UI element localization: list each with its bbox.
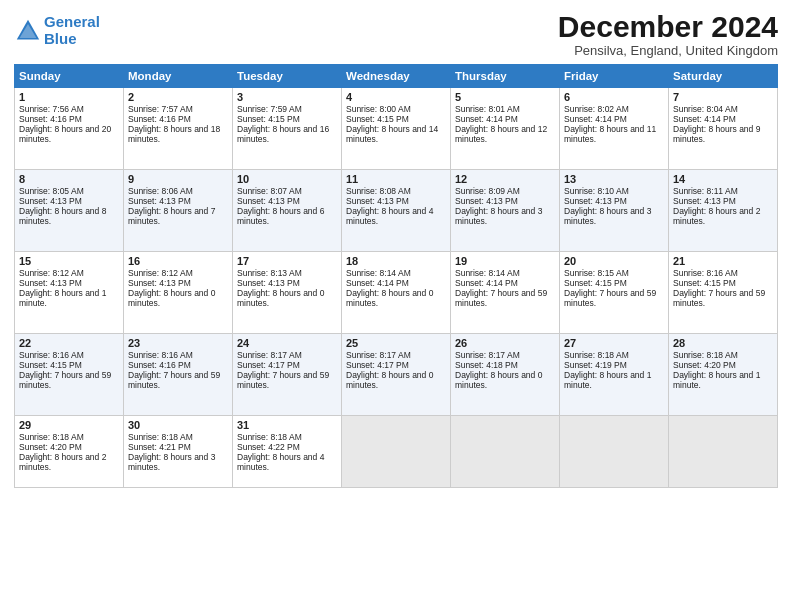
sunrise: Sunrise: 8:11 AM: [673, 186, 773, 196]
sunrise: Sunrise: 8:18 AM: [19, 432, 119, 442]
header-monday: Monday: [124, 65, 233, 88]
sunrise: Sunrise: 8:18 AM: [564, 350, 664, 360]
day-number: 12: [455, 173, 555, 185]
daylight: Daylight: 8 hours and 8 minutes.: [19, 206, 119, 226]
calendar-cell: 14Sunrise: 8:11 AMSunset: 4:13 PMDayligh…: [669, 170, 778, 252]
sunset: Sunset: 4:15 PM: [19, 360, 119, 370]
sunrise: Sunrise: 8:10 AM: [564, 186, 664, 196]
sunrise: Sunrise: 8:07 AM: [237, 186, 337, 196]
calendar-cell: 21Sunrise: 8:16 AMSunset: 4:15 PMDayligh…: [669, 252, 778, 334]
header-saturday: Saturday: [669, 65, 778, 88]
day-number: 22: [19, 337, 119, 349]
sunrise: Sunrise: 8:18 AM: [237, 432, 337, 442]
day-number: 31: [237, 419, 337, 431]
calendar-cell: 19Sunrise: 8:14 AMSunset: 4:14 PMDayligh…: [451, 252, 560, 334]
calendar-cell: 20Sunrise: 8:15 AMSunset: 4:15 PMDayligh…: [560, 252, 669, 334]
sunrise: Sunrise: 8:02 AM: [564, 104, 664, 114]
sunrise: Sunrise: 8:16 AM: [19, 350, 119, 360]
daylight: Daylight: 8 hours and 1 minute.: [19, 288, 119, 308]
sunrise: Sunrise: 8:01 AM: [455, 104, 555, 114]
sunrise: Sunrise: 8:18 AM: [128, 432, 228, 442]
sunrise: Sunrise: 8:17 AM: [346, 350, 446, 360]
day-number: 27: [564, 337, 664, 349]
day-number: 2: [128, 91, 228, 103]
day-number: 25: [346, 337, 446, 349]
day-number: 4: [346, 91, 446, 103]
day-number: 19: [455, 255, 555, 267]
calendar-week-4: 22Sunrise: 8:16 AMSunset: 4:15 PMDayligh…: [15, 334, 778, 416]
sunset: Sunset: 4:15 PM: [346, 114, 446, 124]
day-number: 6: [564, 91, 664, 103]
sunrise: Sunrise: 8:16 AM: [128, 350, 228, 360]
sunset: Sunset: 4:15 PM: [237, 114, 337, 124]
sunset: Sunset: 4:15 PM: [564, 278, 664, 288]
daylight: Daylight: 8 hours and 4 minutes.: [237, 452, 337, 472]
day-number: 9: [128, 173, 228, 185]
calendar-cell: 10Sunrise: 8:07 AMSunset: 4:13 PMDayligh…: [233, 170, 342, 252]
daylight: Daylight: 7 hours and 59 minutes.: [237, 370, 337, 390]
title-block: December 2024 Pensilva, England, United …: [558, 10, 778, 58]
logo: General Blue: [14, 14, 100, 47]
sunrise: Sunrise: 8:16 AM: [673, 268, 773, 278]
header-thursday: Thursday: [451, 65, 560, 88]
calendar-cell: 22Sunrise: 8:16 AMSunset: 4:15 PMDayligh…: [15, 334, 124, 416]
sunrise: Sunrise: 8:08 AM: [346, 186, 446, 196]
logo-blue: Blue: [44, 30, 77, 47]
daylight: Daylight: 7 hours and 59 minutes.: [673, 288, 773, 308]
day-number: 20: [564, 255, 664, 267]
sunrise: Sunrise: 8:06 AM: [128, 186, 228, 196]
calendar-cell: [451, 416, 560, 488]
daylight: Daylight: 8 hours and 12 minutes.: [455, 124, 555, 144]
calendar-week-2: 8Sunrise: 8:05 AMSunset: 4:13 PMDaylight…: [15, 170, 778, 252]
calendar-cell: 23Sunrise: 8:16 AMSunset: 4:16 PMDayligh…: [124, 334, 233, 416]
day-number: 17: [237, 255, 337, 267]
sunset: Sunset: 4:14 PM: [564, 114, 664, 124]
daylight: Daylight: 8 hours and 4 minutes.: [346, 206, 446, 226]
sunset: Sunset: 4:17 PM: [346, 360, 446, 370]
daylight: Daylight: 8 hours and 3 minutes.: [128, 452, 228, 472]
calendar-cell: 28Sunrise: 8:18 AMSunset: 4:20 PMDayligh…: [669, 334, 778, 416]
logo-icon: [14, 17, 42, 45]
daylight: Daylight: 8 hours and 18 minutes.: [128, 124, 228, 144]
sunset: Sunset: 4:16 PM: [128, 114, 228, 124]
header-row: Sunday Monday Tuesday Wednesday Thursday…: [15, 65, 778, 88]
calendar-cell: [669, 416, 778, 488]
header-friday: Friday: [560, 65, 669, 88]
day-number: 1: [19, 91, 119, 103]
calendar-cell: 8Sunrise: 8:05 AMSunset: 4:13 PMDaylight…: [15, 170, 124, 252]
calendar-table: Sunday Monday Tuesday Wednesday Thursday…: [14, 64, 778, 488]
sunrise: Sunrise: 8:14 AM: [455, 268, 555, 278]
daylight: Daylight: 8 hours and 14 minutes.: [346, 124, 446, 144]
calendar-cell: [342, 416, 451, 488]
sunset: Sunset: 4:18 PM: [455, 360, 555, 370]
sunrise: Sunrise: 8:00 AM: [346, 104, 446, 114]
header: General Blue December 2024 Pensilva, Eng…: [14, 10, 778, 58]
header-tuesday: Tuesday: [233, 65, 342, 88]
daylight: Daylight: 8 hours and 16 minutes.: [237, 124, 337, 144]
day-number: 14: [673, 173, 773, 185]
daylight: Daylight: 8 hours and 20 minutes.: [19, 124, 119, 144]
calendar-cell: 5Sunrise: 8:01 AMSunset: 4:14 PMDaylight…: [451, 88, 560, 170]
sunrise: Sunrise: 8:09 AM: [455, 186, 555, 196]
calendar-body: 1Sunrise: 7:56 AMSunset: 4:16 PMDaylight…: [15, 88, 778, 488]
day-number: 11: [346, 173, 446, 185]
calendar-cell: 13Sunrise: 8:10 AMSunset: 4:13 PMDayligh…: [560, 170, 669, 252]
calendar-cell: 24Sunrise: 8:17 AMSunset: 4:17 PMDayligh…: [233, 334, 342, 416]
sunset: Sunset: 4:21 PM: [128, 442, 228, 452]
sunrise: Sunrise: 8:17 AM: [455, 350, 555, 360]
sunrise: Sunrise: 8:13 AM: [237, 268, 337, 278]
sunset: Sunset: 4:14 PM: [455, 278, 555, 288]
sunset: Sunset: 4:13 PM: [237, 278, 337, 288]
daylight: Daylight: 8 hours and 3 minutes.: [455, 206, 555, 226]
calendar-cell: 4Sunrise: 8:00 AMSunset: 4:15 PMDaylight…: [342, 88, 451, 170]
sunset: Sunset: 4:13 PM: [19, 278, 119, 288]
sunrise: Sunrise: 8:17 AM: [237, 350, 337, 360]
header-sunday: Sunday: [15, 65, 124, 88]
calendar-cell: 25Sunrise: 8:17 AMSunset: 4:17 PMDayligh…: [342, 334, 451, 416]
sunrise: Sunrise: 8:12 AM: [19, 268, 119, 278]
daylight: Daylight: 8 hours and 2 minutes.: [19, 452, 119, 472]
daylight: Daylight: 8 hours and 1 minute.: [673, 370, 773, 390]
calendar-cell: 18Sunrise: 8:14 AMSunset: 4:14 PMDayligh…: [342, 252, 451, 334]
calendar-cell: 1Sunrise: 7:56 AMSunset: 4:16 PMDaylight…: [15, 88, 124, 170]
day-number: 21: [673, 255, 773, 267]
